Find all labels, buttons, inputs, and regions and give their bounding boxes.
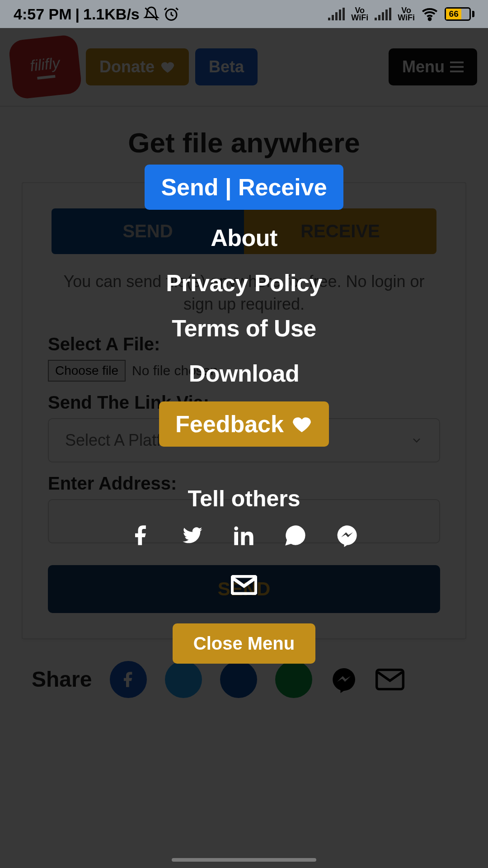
facebook-icon[interactable]	[129, 524, 153, 547]
status-bar: 4:57 PM | 1.1KB/s VoWiFi VoWiFi 66	[0, 0, 488, 28]
menu-panel: Send | Receive About Privacy Policy Term…	[0, 28, 488, 868]
bell-off-icon	[143, 6, 160, 22]
battery-icon: 66	[445, 7, 474, 21]
heart-icon	[291, 413, 313, 435]
signal-icon	[328, 8, 345, 20]
email-icon[interactable]	[231, 575, 257, 595]
menu-tell-others: Tell others	[188, 486, 300, 512]
status-time: 4:57 PM	[14, 5, 72, 23]
whatsapp-icon[interactable]	[284, 524, 307, 547]
vowifi-label-1: VoWiFi	[351, 7, 368, 21]
signal-icon-2	[375, 8, 391, 20]
menu-about[interactable]: About	[211, 224, 277, 251]
close-menu-button[interactable]: Close Menu	[173, 623, 315, 664]
linkedin-icon[interactable]	[232, 524, 256, 547]
menu-download[interactable]: Download	[189, 360, 299, 387]
menu-privacy-policy[interactable]: Privacy Policy	[166, 269, 322, 297]
menu-terms-of-use[interactable]: Terms of Use	[172, 315, 316, 342]
messenger-icon[interactable]	[335, 524, 359, 547]
menu-send-receive[interactable]: Send | Receive	[145, 165, 343, 210]
twitter-icon[interactable]	[181, 524, 204, 547]
svg-point-1	[429, 18, 431, 20]
battery-pct: 66	[446, 9, 461, 19]
home-indicator[interactable]	[172, 858, 316, 862]
alarm-icon	[163, 6, 179, 22]
vowifi-label-2: VoWiFi	[398, 7, 415, 21]
wifi-icon	[421, 5, 438, 23]
menu-feedback[interactable]: Feedback	[159, 401, 329, 447]
status-net-speed: 1.1KB/s	[83, 5, 140, 23]
